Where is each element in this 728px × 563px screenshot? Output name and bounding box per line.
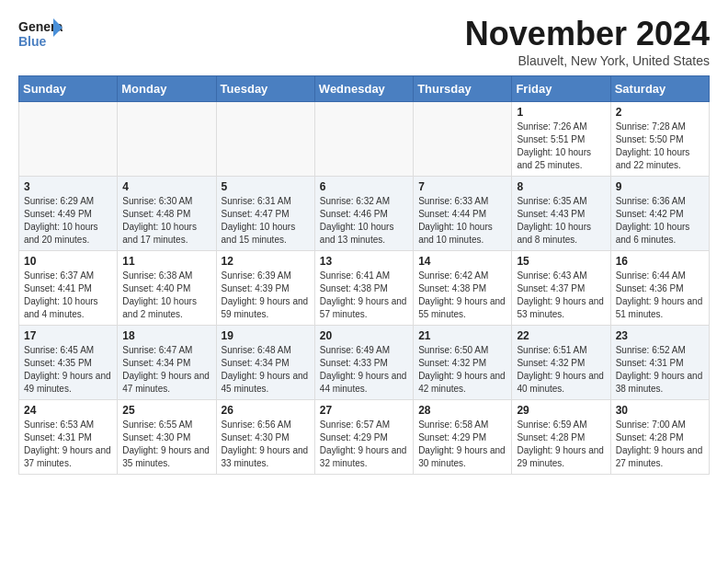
day-number: 9 [616,180,704,193]
calendar-cell: 2Sunrise: 7:28 AM Sunset: 5:50 PM Daylig… [610,102,709,177]
calendar-cell [414,102,512,177]
calendar-cell: 16Sunrise: 6:44 AM Sunset: 4:36 PM Dayli… [610,251,709,326]
calendar-cell: 18Sunrise: 6:47 AM Sunset: 4:34 PM Dayli… [118,326,216,400]
day-info: Sunrise: 6:42 AM Sunset: 4:38 PM Dayligh… [418,270,506,321]
calendar: SundayMondayTuesdayWednesdayThursdayFrid… [18,75,710,475]
day-number: 20 [320,329,408,342]
calendar-cell [314,102,413,177]
day-info: Sunrise: 6:55 AM Sunset: 4:30 PM Dayligh… [122,419,210,470]
calendar-cell [118,102,216,177]
calendar-cell: 21Sunrise: 6:50 AM Sunset: 4:32 PM Dayli… [414,326,512,400]
day-number: 3 [24,180,112,193]
calendar-cell: 27Sunrise: 6:57 AM Sunset: 4:29 PM Dayli… [314,400,413,475]
calendar-cell: 15Sunrise: 6:43 AM Sunset: 4:37 PM Dayli… [512,251,610,326]
calendar-cell: 26Sunrise: 6:56 AM Sunset: 4:30 PM Dayli… [216,400,314,475]
calendar-cell: 12Sunrise: 6:39 AM Sunset: 4:39 PM Dayli… [216,251,314,326]
day-number: 26 [222,404,310,417]
svg-text:Blue: Blue [18,34,47,49]
week-row-5: 24Sunrise: 6:53 AM Sunset: 4:31 PM Dayli… [19,400,710,475]
day-info: Sunrise: 7:26 AM Sunset: 5:51 PM Dayligh… [517,121,605,172]
day-number: 17 [24,329,112,342]
week-row-4: 17Sunrise: 6:45 AM Sunset: 4:35 PM Dayli… [19,326,710,400]
day-info: Sunrise: 6:52 AM Sunset: 4:31 PM Dayligh… [616,344,704,396]
calendar-cell: 19Sunrise: 6:48 AM Sunset: 4:34 PM Dayli… [216,326,314,400]
calendar-cell: 4Sunrise: 6:30 AM Sunset: 4:48 PM Daylig… [118,177,216,251]
day-info: Sunrise: 6:29 AM Sunset: 4:49 PM Dayligh… [24,195,112,247]
calendar-cell: 3Sunrise: 6:29 AM Sunset: 4:49 PM Daylig… [19,177,118,251]
weekday-header-thursday: Thursday [414,76,512,102]
weekday-header-friday: Friday [512,76,610,102]
day-number: 7 [418,180,506,193]
day-number: 6 [320,180,408,193]
calendar-cell: 6Sunrise: 6:32 AM Sunset: 4:46 PM Daylig… [314,177,413,251]
day-number: 30 [616,404,704,417]
day-info: Sunrise: 7:28 AM Sunset: 5:50 PM Dayligh… [616,121,704,172]
weekday-header-wednesday: Wednesday [314,76,413,102]
day-info: Sunrise: 7:00 AM Sunset: 4:28 PM Dayligh… [616,419,704,470]
calendar-cell: 10Sunrise: 6:37 AM Sunset: 4:41 PM Dayli… [19,251,118,326]
day-info: Sunrise: 6:56 AM Sunset: 4:30 PM Dayligh… [222,419,310,470]
title-section: November 2024 Blauvelt, New York, United… [465,15,710,68]
day-info: Sunrise: 6:35 AM Sunset: 4:43 PM Dayligh… [517,195,605,247]
header: GeneralBlue November 2024 Blauvelt, New … [18,15,710,68]
calendar-cell: 1Sunrise: 7:26 AM Sunset: 5:51 PM Daylig… [512,102,610,177]
day-info: Sunrise: 6:50 AM Sunset: 4:32 PM Dayligh… [418,344,506,396]
calendar-cell [19,102,118,177]
day-info: Sunrise: 6:58 AM Sunset: 4:29 PM Dayligh… [418,419,506,470]
calendar-cell: 13Sunrise: 6:41 AM Sunset: 4:38 PM Dayli… [314,251,413,326]
calendar-cell: 7Sunrise: 6:33 AM Sunset: 4:44 PM Daylig… [414,177,512,251]
calendar-cell: 24Sunrise: 6:53 AM Sunset: 4:31 PM Dayli… [19,400,118,475]
calendar-cell: 11Sunrise: 6:38 AM Sunset: 4:40 PM Dayli… [118,251,216,326]
day-number: 29 [517,404,605,417]
day-number: 10 [24,255,112,268]
day-info: Sunrise: 6:43 AM Sunset: 4:37 PM Dayligh… [517,270,605,321]
weekday-header-monday: Monday [118,76,216,102]
calendar-cell: 25Sunrise: 6:55 AM Sunset: 4:30 PM Dayli… [118,400,216,475]
day-info: Sunrise: 6:59 AM Sunset: 4:28 PM Dayligh… [517,419,605,470]
day-number: 23 [616,329,704,342]
day-number: 21 [418,329,506,342]
day-number: 18 [122,329,210,342]
day-info: Sunrise: 6:47 AM Sunset: 4:34 PM Dayligh… [122,344,210,396]
day-info: Sunrise: 6:38 AM Sunset: 4:40 PM Dayligh… [122,270,210,321]
calendar-cell: 29Sunrise: 6:59 AM Sunset: 4:28 PM Dayli… [512,400,610,475]
day-number: 1 [517,106,605,119]
calendar-cell: 14Sunrise: 6:42 AM Sunset: 4:38 PM Dayli… [414,251,512,326]
day-number: 13 [320,255,408,268]
day-info: Sunrise: 6:49 AM Sunset: 4:33 PM Dayligh… [320,344,408,396]
day-number: 16 [616,255,704,268]
day-info: Sunrise: 6:33 AM Sunset: 4:44 PM Dayligh… [418,195,506,247]
day-info: Sunrise: 6:31 AM Sunset: 4:47 PM Dayligh… [222,195,310,247]
day-info: Sunrise: 6:32 AM Sunset: 4:46 PM Dayligh… [320,195,408,247]
weekday-header-tuesday: Tuesday [216,76,314,102]
day-number: 11 [122,255,210,268]
day-number: 4 [122,180,210,193]
day-info: Sunrise: 6:57 AM Sunset: 4:29 PM Dayligh… [320,419,408,470]
calendar-cell: 5Sunrise: 6:31 AM Sunset: 4:47 PM Daylig… [216,177,314,251]
day-number: 2 [616,106,704,119]
week-row-2: 3Sunrise: 6:29 AM Sunset: 4:49 PM Daylig… [19,177,710,251]
logo-svg: GeneralBlue [18,15,63,55]
week-row-3: 10Sunrise: 6:37 AM Sunset: 4:41 PM Dayli… [19,251,710,326]
day-info: Sunrise: 6:41 AM Sunset: 4:38 PM Dayligh… [320,270,408,321]
day-info: Sunrise: 6:53 AM Sunset: 4:31 PM Dayligh… [24,419,112,470]
day-number: 25 [122,404,210,417]
calendar-cell: 9Sunrise: 6:36 AM Sunset: 4:42 PM Daylig… [610,177,709,251]
calendar-cell: 8Sunrise: 6:35 AM Sunset: 4:43 PM Daylig… [512,177,610,251]
day-number: 15 [517,255,605,268]
day-number: 14 [418,255,506,268]
calendar-cell: 22Sunrise: 6:51 AM Sunset: 4:32 PM Dayli… [512,326,610,400]
day-info: Sunrise: 6:36 AM Sunset: 4:42 PM Dayligh… [616,195,704,247]
weekday-header-saturday: Saturday [610,76,709,102]
day-number: 27 [320,404,408,417]
weekday-header-sunday: Sunday [19,76,118,102]
day-number: 22 [517,329,605,342]
day-number: 8 [517,180,605,193]
day-info: Sunrise: 6:39 AM Sunset: 4:39 PM Dayligh… [222,270,310,321]
day-number: 19 [222,329,310,342]
day-info: Sunrise: 6:48 AM Sunset: 4:34 PM Dayligh… [222,344,310,396]
day-number: 28 [418,404,506,417]
calendar-cell: 20Sunrise: 6:49 AM Sunset: 4:33 PM Dayli… [314,326,413,400]
month-title: November 2024 [465,15,710,53]
location: Blauvelt, New York, United States [465,53,710,68]
